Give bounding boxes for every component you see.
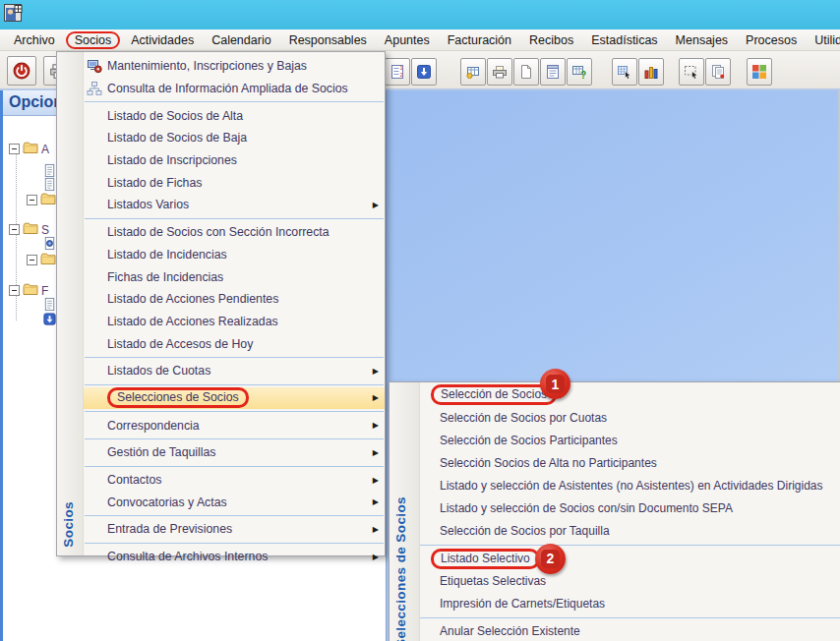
menu-item-label: Selección de Socios por Taquilla bbox=[440, 524, 610, 538]
toolbar-button-table-export-icon[interactable] bbox=[460, 58, 486, 86]
menu-separator bbox=[85, 411, 384, 412]
menu-item-listado-de-socios-con-seccion-incorrecta[interactable]: Listado de Socios con Sección Incorrecta bbox=[84, 221, 385, 244]
annotation-badge-1: 1 bbox=[540, 369, 570, 399]
menu-separator bbox=[85, 543, 384, 544]
toolbar-button-fax-icon[interactable] bbox=[487, 58, 512, 86]
menu-item-fichas-de-incidencias[interactable]: Fichas de Incidencias bbox=[84, 265, 385, 288]
tree-expander-icon[interactable] bbox=[9, 144, 20, 154]
menu-item-correspondencia[interactable]: Correspondencia▶ bbox=[84, 414, 385, 437]
toolbar-button-copy-page-icon[interactable] bbox=[705, 58, 731, 86]
toolbar-button-table-question-icon[interactable]: ? bbox=[567, 58, 592, 86]
socios-menu: Socios Mantenimiento, Inscripciones y Ba… bbox=[56, 51, 386, 556]
menu-item-label: Listado y selección de Socios con/sin Do… bbox=[440, 501, 733, 515]
menu-item-listado-de-accesos-de-hoy[interactable]: Listado de Accesos de Hoy bbox=[84, 332, 385, 355]
toolbar-button-select-grid-icon[interactable] bbox=[612, 58, 637, 86]
menu-item-label: Correspondencia bbox=[107, 419, 200, 433]
menu-item-seleccion-socios-de-alta-no-participantes[interactable]: Selección Socios de Alta no Participante… bbox=[420, 451, 840, 474]
menu-item-label: Listado de Fichas bbox=[107, 176, 202, 190]
power-icon bbox=[13, 62, 30, 80]
tree-expander-icon[interactable] bbox=[27, 195, 37, 205]
menu-item-etiquetas-selectivas[interactable]: Etiquetas Selectivas bbox=[420, 570, 840, 593]
menubar-item-calendario[interactable]: Calendario bbox=[203, 31, 279, 49]
menu-item-listados-de-cuotas[interactable]: Listados de Cuotas▶ bbox=[84, 360, 385, 382]
menu-item-label: Consulta de Archivos Internos bbox=[107, 550, 268, 563]
menu-item-listado-selectivo[interactable]: Listado Selectivo2 bbox=[420, 548, 840, 570]
table-question-icon: ? bbox=[571, 64, 587, 80]
menubar-item-actividades[interactable]: Actividades bbox=[122, 31, 203, 49]
tree-row-folder1[interactable] bbox=[27, 191, 56, 209]
toolbar-button-numbered-list-icon[interactable]: 12 bbox=[385, 58, 410, 86]
menu-item-entrada-de-previsiones[interactable]: Entrada de Previsiones▶ bbox=[84, 518, 385, 541]
menu-item-listado-de-fichas[interactable]: Listado de Fichas bbox=[84, 171, 385, 194]
toolbar-button-blank-document-icon[interactable] bbox=[513, 58, 539, 86]
menu-item-listado-de-acciones-pendientes[interactable]: Listado de Acciones Pendientes bbox=[84, 288, 385, 311]
folder-icon bbox=[23, 281, 38, 300]
menu-item-listado-de-inscripciones[interactable]: Listado de Inscripciones bbox=[84, 149, 385, 172]
menubar-item-apuntes[interactable]: Apuntes bbox=[376, 31, 439, 49]
folder-icon bbox=[40, 251, 56, 269]
menu-item-label: Listado de Accesos de Hoy bbox=[107, 337, 253, 351]
menu-item-listados-varios[interactable]: Listados Varios▶ bbox=[84, 194, 385, 216]
toolbar-button-download-arrow-icon[interactable] bbox=[411, 58, 437, 86]
folder-icon bbox=[23, 220, 38, 239]
menubar-item-facturacion[interactable]: Facturación bbox=[439, 31, 520, 49]
menu-item-selecciones-de-socios[interactable]: Selecciones de Socios▶ bbox=[84, 387, 385, 410]
tree-expander-icon[interactable] bbox=[9, 285, 20, 296]
menu-item-label: Selecciones de Socios bbox=[107, 387, 249, 408]
menu-item-gestion-de-taquillas[interactable]: Gestión de Taquillas▶ bbox=[84, 441, 385, 464]
menu-item-seleccion-de-socios-por-cuotas[interactable]: Selección de Socios por Cuotas bbox=[420, 406, 840, 429]
menu-item-listado-y-seleccion-de-socios-con-sin-documento-sepa[interactable]: Listado y selección de Socios con/sin Do… bbox=[420, 496, 840, 519]
menu-item-label: Selección de Socios por Cuotas bbox=[440, 411, 607, 425]
menubar-item-responsables[interactable]: Responsables bbox=[280, 31, 376, 49]
toolbar-button-bar-chart-icon[interactable] bbox=[638, 58, 664, 86]
numbered-list-icon: 12 bbox=[390, 64, 405, 80]
menu-item-seleccion-de-socios[interactable]: Selección de Socios1 bbox=[420, 383, 840, 406]
socios-menu-strip: Socios bbox=[57, 52, 84, 555]
menubar-item-archivo[interactable]: Archivo bbox=[5, 31, 64, 49]
menu-item-listado-de-acciones-realizadas[interactable]: Listado de Acciones Realizadas bbox=[84, 311, 385, 333]
menubar-item-socios[interactable]: Socios bbox=[66, 31, 121, 49]
menu-item-listado-de-incidencias[interactable]: Listado de Incidencias bbox=[84, 244, 385, 266]
toolbar-button-report-icon[interactable] bbox=[540, 58, 566, 86]
menu-item-label: Convocatorias y Actas bbox=[107, 495, 227, 509]
menu-item-listado-y-seleccion-de-asistentes-no-asistentes-en-actividades-dirigidas[interactable]: Listado y selección de Asistentes (no As… bbox=[420, 474, 840, 496]
menubar-item-utilidades[interactable]: Utilidades bbox=[806, 31, 840, 49]
selecciones-submenu-items: Selección de Socios1Selección de Socios … bbox=[420, 382, 840, 641]
folder-icon bbox=[23, 140, 38, 158]
menu-item-listado-de-socios-de-baja[interactable]: Listado de Socios de Baja bbox=[84, 127, 385, 149]
menu-item-anular-seleccion-existente[interactable]: Anular Selección Existente bbox=[420, 620, 840, 641]
menu-item-seleccion-de-socios-participantes[interactable]: Selección de Socios Participantes bbox=[420, 429, 840, 451]
tree-row-label: S bbox=[41, 223, 49, 237]
annotation-badge-number: 1 bbox=[546, 375, 565, 393]
socios-menu-items: Mantenimiento, Inscripciones y BajasCons… bbox=[84, 52, 385, 555]
menu-separator bbox=[85, 466, 384, 467]
tree-row-folder1[interactable] bbox=[27, 251, 56, 269]
menu-item-label: Entrada de Previsiones bbox=[107, 522, 232, 536]
toolbar-button-power-icon[interactable] bbox=[7, 56, 36, 86]
menu-item-mantenimiento-inscripciones-y-bajas[interactable]: Mantenimiento, Inscripciones y Bajas bbox=[84, 55, 385, 78]
menubar-item-procesos[interactable]: Procesos bbox=[737, 31, 806, 49]
menubar-item-recibos[interactable]: Recibos bbox=[520, 31, 582, 49]
selecciones-submenu-strip: Selecciones de Socios bbox=[390, 382, 420, 641]
menu-item-label: Listado de Inscripciones bbox=[107, 153, 237, 167]
menu-item-consulta-de-informacion-ampliada-de-socios[interactable]: Consulta de Información Ampliada de Soci… bbox=[84, 78, 385, 100]
menu-separator bbox=[85, 101, 384, 102]
menu-item-contactos[interactable]: Contactos▶ bbox=[84, 469, 385, 492]
toolbar-button-color-squares-icon[interactable] bbox=[747, 58, 772, 86]
tree-expander-icon[interactable] bbox=[27, 255, 37, 265]
menu-item-impresion-de-carnets-etiquetas[interactable]: Impresión de Carnets/Etiquetas bbox=[420, 593, 840, 615]
menu-item-label: Selección de Socios Participantes bbox=[440, 434, 618, 447]
menu-item-listado-de-socios-de-alta[interactable]: Listado de Socios de Alta bbox=[84, 104, 385, 127]
menu-item-label: Listado de Acciones Pendientes bbox=[107, 292, 278, 306]
toolbar-button-select-region-icon[interactable] bbox=[679, 58, 704, 86]
menu-item-label: Listados de Cuotas bbox=[107, 364, 210, 378]
tree-row-a[interactable]: A bbox=[9, 140, 49, 158]
menu-item-consulta-de-archivos-internos[interactable]: Consulta de Archivos Internos▶ bbox=[84, 546, 385, 568]
menu-item-seleccion-de-socios-por-taquilla[interactable]: Selección de Socios por Taquilla bbox=[420, 520, 840, 543]
toolbar-group-3 bbox=[612, 58, 664, 86]
menubar-item-estadisticas[interactable]: Estadísticas bbox=[582, 31, 666, 49]
tree-row-arrow[interactable] bbox=[42, 312, 57, 329]
tree-expander-icon[interactable] bbox=[9, 224, 20, 235]
menu-item-convocatorias-y-actas[interactable]: Convocatorias y Actas▶ bbox=[84, 491, 385, 513]
menubar-item-mensajes[interactable]: Mensajes bbox=[667, 31, 738, 49]
